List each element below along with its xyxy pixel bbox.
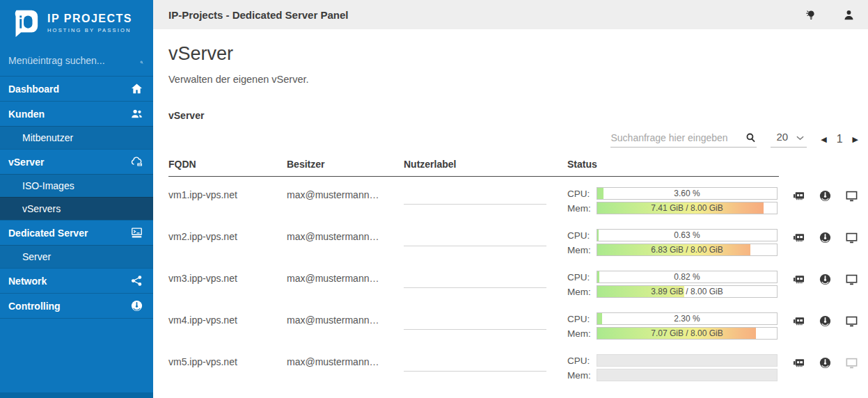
- sidebar-search: [0, 45, 153, 76]
- chevron-down-icon: [796, 136, 804, 141]
- nutzerlabel-input[interactable]: [404, 234, 546, 246]
- owner-cell: max@mustermann…: [287, 271, 404, 284]
- page-size-value: 20: [776, 131, 788, 143]
- page-size-select[interactable]: 20: [771, 131, 807, 148]
- console-monitor-icon[interactable]: [845, 273, 858, 286]
- row-actions: [789, 271, 858, 286]
- topbar-icons: [804, 8, 855, 22]
- table-body: vm1.ipp-vps.netmax@mustermann…CPU:3.60 %…: [168, 177, 858, 383]
- console-monitor-icon[interactable]: [845, 189, 858, 202]
- gauge-icon[interactable]: [819, 315, 832, 328]
- status-cell: CPU:2.30 %Mem:7.07 GiB / 8.00 GiB: [567, 312, 789, 342]
- cpu-usage-value: 3.60 %: [597, 188, 777, 199]
- sidebar-item-mitbenutzer[interactable]: Mitbenutzer: [0, 126, 153, 149]
- sidebar-item-network[interactable]: Network: [0, 268, 153, 293]
- sidebar-item-dedicated-server[interactable]: Dedicated Server: [0, 220, 153, 245]
- cpu-usage-bar: 2.30 %: [597, 312, 778, 325]
- sidebar-item-controlling[interactable]: Controlling: [0, 293, 153, 318]
- cpu-usage-value: 0.82 %: [597, 271, 777, 282]
- sidebar-footer-strip: [0, 392, 153, 398]
- mem-label: Mem:: [567, 203, 593, 214]
- fqdn-cell: vm5.ipp-vps.net: [168, 354, 287, 367]
- pagination: ◀ 1 ▶: [821, 133, 858, 145]
- table-row: vm2.ipp-vps.netmax@mustermann…CPU:0.63 %…: [168, 229, 858, 258]
- lightbulb-icon[interactable]: [804, 8, 817, 22]
- sidebar-item-server[interactable]: Server: [0, 245, 153, 268]
- user-account-icon[interactable]: [842, 8, 855, 22]
- cpu-usage-value: [597, 355, 777, 366]
- mem-usage-value: [597, 369, 777, 381]
- sidebar-item-vservers[interactable]: vServers: [0, 197, 153, 220]
- column-header-nutzerlabel[interactable]: Nutzerlabel: [404, 159, 567, 170]
- table-header: FQDN Besitzer Nutzerlabel Status: [168, 159, 858, 176]
- users-icon: [130, 107, 143, 120]
- section-label: vServer: [168, 110, 858, 121]
- owner-cell: max@mustermann…: [287, 354, 404, 367]
- mem-usage-bar: [597, 369, 778, 381]
- cpu-label: CPU:: [567, 230, 593, 241]
- network-adapter-icon[interactable]: [792, 189, 805, 202]
- search-icon[interactable]: [140, 54, 143, 66]
- search-icon[interactable]: [745, 132, 757, 143]
- owner-cell: max@mustermann…: [287, 187, 404, 200]
- gauge-icon[interactable]: [819, 356, 832, 369]
- gauge-icon[interactable]: [819, 231, 832, 244]
- network-adapter-icon[interactable]: [792, 356, 805, 369]
- vserver-table: FQDN Besitzer Nutzerlabel Status vm1.ipp…: [168, 159, 858, 383]
- next-page-button[interactable]: ▶: [853, 135, 858, 144]
- row-actions: [789, 312, 858, 328]
- mem-label: Mem:: [567, 287, 593, 297]
- column-header-besitzer[interactable]: Besitzer: [287, 159, 404, 170]
- console-monitor-icon[interactable]: [845, 356, 858, 369]
- sidebar-item-label: Server: [22, 251, 51, 262]
- fqdn-cell: vm3.ipp-vps.net: [168, 271, 287, 284]
- table-row: vm4.ipp-vps.netmax@mustermann…CPU:2.30 %…: [168, 312, 858, 342]
- table-row: vm5.ipp-vps.netmax@mustermann…CPU:Mem:: [168, 354, 858, 383]
- nutzerlabel-input[interactable]: [404, 193, 546, 205]
- nutzerlabel-input[interactable]: [404, 360, 546, 372]
- network-adapter-icon[interactable]: [792, 273, 805, 286]
- sidebar-item-dashboard[interactable]: Dashboard: [0, 76, 153, 101]
- sidebar-item-vserver[interactable]: vServer: [0, 149, 153, 174]
- network-adapter-icon[interactable]: [792, 231, 805, 244]
- sidebar-item-label: ISO-Images: [22, 180, 74, 191]
- row-actions: [789, 229, 858, 244]
- cpu-label: CPU:: [567, 314, 593, 324]
- table-controls: 20 ◀ 1 ▶: [168, 127, 858, 152]
- sidebar-item-label: Dashboard: [8, 83, 59, 95]
- page-subtitle: Verwalten der eigenen vServer.: [168, 74, 858, 85]
- mem-usage-value: 7.07 GiB / 8.00 GiB: [597, 328, 777, 339]
- column-header-status[interactable]: Status: [567, 159, 789, 170]
- cpu-label: CPU:: [567, 189, 593, 199]
- cpu-label: CPU:: [567, 272, 593, 282]
- gauge-icon[interactable]: [819, 273, 832, 286]
- sidebar-item-label: Dedicated Server: [8, 228, 88, 239]
- sidebar-search-input[interactable]: [8, 55, 134, 66]
- console-monitor-icon[interactable]: [845, 315, 858, 328]
- nutzerlabel-input[interactable]: [404, 318, 546, 330]
- ipprojects-logo[interactable]: IP PROJECTS HOSTING BY PASSION: [0, 0, 153, 45]
- table-search: [610, 132, 757, 148]
- gauge-icon: [130, 299, 143, 312]
- cpu-usage-bar: 0.63 %: [597, 229, 778, 241]
- share-network-icon: [130, 274, 143, 287]
- mem-label: Mem:: [567, 245, 593, 255]
- sidebar-item-label: Network: [8, 276, 47, 287]
- fqdn-cell: vm2.ipp-vps.net: [168, 229, 287, 242]
- network-adapter-icon[interactable]: [792, 315, 805, 328]
- cpu-usage-bar: 3.60 %: [597, 187, 778, 200]
- prev-page-button[interactable]: ◀: [821, 135, 826, 144]
- sidebar-item-label: Kunden: [8, 109, 45, 120]
- column-header-fqdn[interactable]: FQDN: [168, 159, 287, 170]
- status-cell: CPU:0.82 %Mem:3.89 GiB / 8.00 GiB: [567, 271, 789, 300]
- cloud-server-icon: [130, 155, 143, 168]
- sidebar-item-kunden[interactable]: Kunden: [0, 101, 153, 126]
- console-monitor-icon[interactable]: [845, 231, 858, 244]
- table-search-input[interactable]: [610, 132, 739, 143]
- mem-usage-bar: 3.89 GiB / 8.00 GiB: [597, 285, 778, 298]
- sidebar-item-label: vServers: [22, 203, 61, 214]
- logo-text: IP PROJECTS HOSTING BY PASSION: [47, 13, 132, 33]
- sidebar-item-iso-images[interactable]: ISO-Images: [0, 174, 153, 197]
- nutzerlabel-input[interactable]: [404, 276, 546, 288]
- gauge-icon[interactable]: [819, 189, 832, 202]
